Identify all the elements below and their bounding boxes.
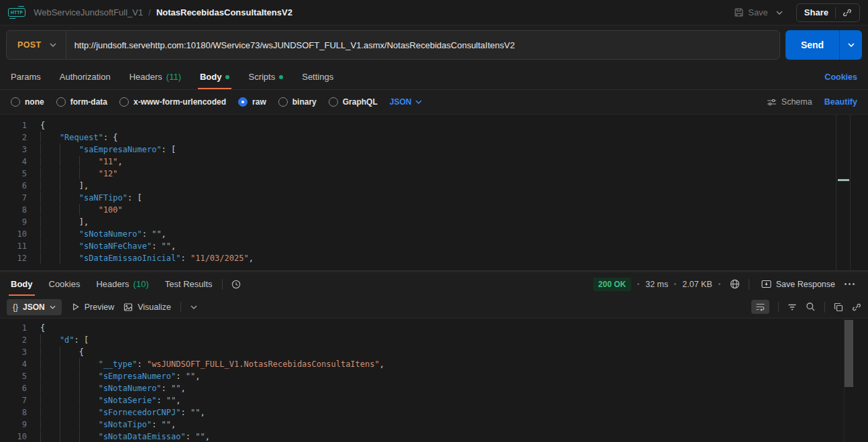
line-number: 10 — [0, 228, 27, 240]
indent-guide — [40, 382, 60, 394]
send-button[interactable]: Send — [785, 30, 862, 60]
tab-authorization[interactable]: Authorization — [60, 64, 111, 89]
line-number: 6 — [0, 382, 27, 394]
indent-guide — [79, 431, 99, 442]
request-editor-scrollbar[interactable] — [836, 115, 851, 270]
body-type-radio-binary[interactable]: binary — [278, 97, 317, 107]
tab-params[interactable]: Params — [11, 64, 41, 89]
tab-settings[interactable]: Settings — [302, 64, 333, 89]
body-type-radio-form-data[interactable]: form-data — [56, 97, 107, 107]
network-globe-icon[interactable] — [729, 278, 741, 290]
save-options-chevron-icon[interactable] — [775, 9, 784, 16]
indent-guide — [60, 431, 79, 442]
request-tabs: ParamsAuthorizationHeaders(11)BodyScript… — [11, 64, 333, 89]
search-icon[interactable] — [806, 302, 816, 312]
line-number: 7 — [0, 192, 27, 204]
tab-headers[interactable]: Headers(10) — [96, 272, 148, 296]
response-meta: 200 OK 32 ms 2.07 KB Save Response — [593, 272, 857, 296]
indent-guide — [60, 192, 79, 203]
request-body-editor[interactable]: 1{2"Request": {3"saEmpresaNumero": [4"11… — [0, 114, 868, 270]
history-icon[interactable] — [231, 279, 241, 290]
response-format-select[interactable]: {} JSON — [7, 299, 62, 315]
response-tools — [751, 300, 861, 314]
indent-guide — [40, 192, 60, 203]
http-request-icon: HTTP — [8, 8, 25, 17]
radio-icon — [56, 97, 66, 107]
method-chevron-icon[interactable] — [50, 43, 56, 47]
response-time: 32 ms — [645, 280, 668, 289]
filter-icon[interactable] — [788, 303, 797, 311]
wrap-text-icon[interactable] — [751, 300, 769, 314]
link-icon[interactable] — [852, 302, 861, 312]
indent-guide — [60, 346, 79, 357]
url-input[interactable] — [66, 40, 779, 50]
line-number: 4 — [0, 156, 27, 168]
radio-icon — [278, 97, 288, 107]
line-number: 2 — [0, 334, 27, 346]
preview-button[interactable]: Preview — [71, 302, 114, 312]
line-number: 1 — [0, 322, 27, 334]
tab-scripts[interactable]: Scripts — [248, 64, 283, 89]
line-number: 3 — [0, 144, 27, 156]
indent-guide — [60, 358, 79, 370]
more-options-icon[interactable] — [842, 280, 857, 288]
more-views-chevron-icon[interactable] — [191, 305, 197, 309]
line-number: 10 — [0, 431, 27, 442]
response-size: 2.07 KB — [682, 280, 712, 289]
share-divider — [835, 7, 836, 18]
save-response-label: Save Response — [776, 280, 835, 289]
tab-body[interactable]: Body — [11, 272, 33, 296]
tabs-divider — [222, 279, 223, 290]
visualize-button[interactable]: Visualize — [123, 302, 171, 312]
indent-guide — [40, 406, 60, 418]
radio-icon — [11, 97, 20, 107]
preview-label: Preview — [85, 302, 114, 312]
tab-label: Body — [11, 279, 33, 289]
format-chevron-icon — [50, 305, 56, 309]
body-type-radio-x-www-form-urlencoded[interactable]: x-www-form-urlencoded — [119, 97, 226, 107]
indent-guide — [79, 419, 99, 430]
image-icon — [123, 302, 133, 312]
indent-guide — [40, 216, 60, 227]
schema-label: Schema — [781, 97, 812, 107]
response-body-editor[interactable]: 1{2"d": [3{4"__type": "wsJUNDSOFT_FULL_V… — [0, 319, 868, 442]
schema-button[interactable]: Schema — [767, 97, 812, 107]
tab-headers[interactable]: Headers(11) — [129, 64, 181, 89]
save-button[interactable]: Save — [734, 7, 768, 17]
body-type-radio-graphql[interactable]: GraphQL — [329, 97, 378, 107]
save-response-button[interactable]: Save Response — [761, 280, 835, 289]
indent-guide — [79, 406, 99, 418]
indent-guide — [40, 168, 60, 179]
scrollbar-marker — [838, 179, 849, 181]
body-type-radio-none[interactable]: none — [11, 97, 44, 107]
indent-guide — [60, 419, 79, 430]
body-type-radio-raw[interactable]: raw — [238, 97, 266, 107]
tab-test-results[interactable]: Test Results — [165, 272, 213, 296]
indent-guide — [40, 334, 60, 345]
code-line: 2"d": [ — [0, 334, 868, 346]
response-scrollbar[interactable] — [844, 319, 853, 442]
beautify-link[interactable]: Beautify — [824, 97, 857, 107]
copy-icon[interactable] — [834, 302, 843, 312]
radio-label: none — [25, 97, 44, 107]
scrollbar-thumb[interactable] — [845, 320, 853, 387]
tab-cookies[interactable]: Cookies — [49, 272, 80, 296]
copy-link-icon[interactable] — [843, 8, 852, 17]
raw-format-select[interactable]: JSON — [390, 97, 423, 107]
method-selector[interactable]: POST — [7, 40, 50, 50]
radio-label: binary — [292, 97, 317, 107]
breadcrumb-request-name[interactable]: NotasRecebidasConsultaItensV2 — [156, 7, 292, 17]
indent-guide — [79, 394, 99, 406]
indent-guide — [60, 204, 79, 215]
share-button[interactable]: Share — [804, 7, 828, 17]
indent-guide — [60, 394, 79, 406]
cookies-link[interactable]: Cookies — [824, 72, 857, 82]
response-code-lines: 1{2"d": [3{4"__type": "wsJUNDSOFT_FULL_V… — [0, 322, 868, 442]
save-label: Save — [748, 7, 768, 17]
tab-body[interactable]: Body — [200, 64, 230, 89]
line-number: 8 — [0, 204, 27, 216]
indent-guide — [40, 431, 60, 442]
breadcrumb-collection[interactable]: WebServiceJundsoftFull_V1 — [34, 7, 143, 17]
send-options-chevron-icon[interactable] — [840, 43, 862, 47]
radio-icon — [238, 97, 248, 107]
